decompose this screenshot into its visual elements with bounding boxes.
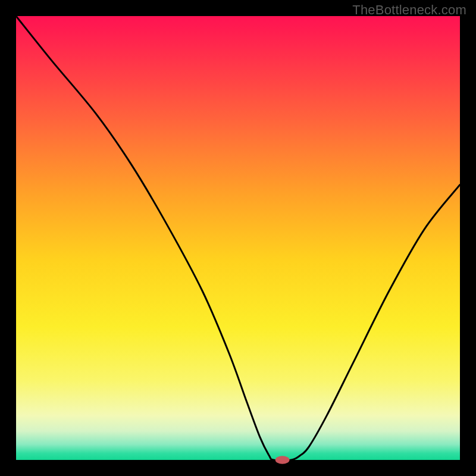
bottleneck-chart xyxy=(0,0,476,476)
gradient-background xyxy=(16,16,460,460)
attribution-label: TheBottleneck.com xyxy=(352,2,466,18)
optimum-marker xyxy=(275,456,290,464)
chart-frame: TheBottleneck.com xyxy=(0,0,476,476)
